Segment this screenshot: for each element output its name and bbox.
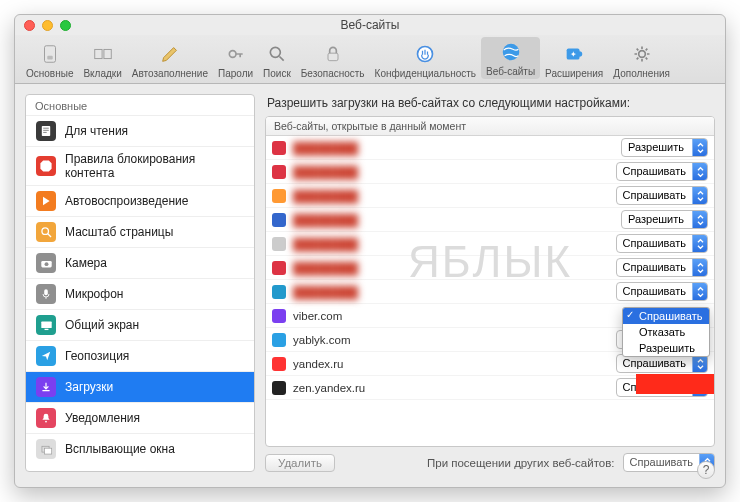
select-value: Разрешить — [622, 139, 692, 156]
svg-rect-2 — [94, 49, 101, 58]
table-row[interactable]: ████████Спрашивать — [266, 256, 714, 280]
toolbar: Основные Вкладки Автозаполнение Пароли П… — [15, 35, 725, 84]
traffic-lights — [24, 20, 71, 31]
chevron-updown-icon — [692, 379, 707, 396]
favicon-icon — [272, 237, 286, 251]
host-label: ████████ — [293, 286, 616, 298]
svg-rect-6 — [328, 53, 338, 60]
permission-select[interactable]: Спрашивать — [616, 378, 708, 397]
tab-websites[interactable]: Веб-сайты — [481, 37, 540, 79]
chevron-updown-icon — [692, 187, 707, 204]
tab-tabs[interactable]: Вкладки — [78, 41, 126, 79]
select-value: Спрашивать — [617, 283, 692, 300]
tab-label: Вкладки — [83, 68, 121, 79]
sidebar-item-label: Камера — [65, 256, 107, 270]
favicon-icon — [272, 261, 286, 275]
sidebar-item[interactable]: Правила блокирования контента — [26, 146, 254, 185]
dropdown-option[interactable]: Разрешить — [623, 340, 709, 356]
permission-select[interactable]: Спрашивать — [616, 162, 708, 181]
sidebar-list: Для чтенияПравила блокирования контентаА… — [26, 115, 254, 471]
sidebar-item[interactable]: Загрузки — [26, 371, 254, 402]
main-title: Разрешить загрузки на веб-сайтах со след… — [267, 96, 715, 110]
stop-icon — [36, 156, 56, 176]
permission-select[interactable]: Спрашивать — [616, 258, 708, 277]
tab-passwords[interactable]: Пароли — [213, 41, 258, 79]
sidebar-item[interactable]: Геопозиция — [26, 340, 254, 371]
sidebar-item[interactable]: Уведомления — [26, 402, 254, 433]
sidebar-item[interactable]: Общий экран — [26, 309, 254, 340]
dropdown-option[interactable]: Спрашивать — [623, 308, 709, 324]
permission-select[interactable]: Спрашивать — [616, 186, 708, 205]
permission-select[interactable]: Разрешить — [621, 210, 708, 229]
tab-label: Дополнения — [613, 68, 670, 79]
select-value: Спрашивать — [617, 379, 692, 396]
sidebar-item[interactable]: Микрофон — [26, 278, 254, 309]
tab-general[interactable]: Основные — [21, 41, 78, 79]
table-row[interactable]: zen.yandex.ruСпрашивать — [266, 376, 714, 400]
select-value: Спрашивать — [617, 355, 692, 372]
tab-label: Веб-сайты — [486, 66, 535, 77]
table-row[interactable]: ████████Разрешить — [266, 136, 714, 160]
chevron-updown-icon — [692, 235, 707, 252]
favicon-icon — [272, 189, 286, 203]
permission-select[interactable]: Разрешить — [621, 138, 708, 157]
chevron-updown-icon — [692, 259, 707, 276]
svg-point-5 — [270, 47, 280, 57]
camera-icon — [36, 253, 56, 273]
favicon-icon — [272, 357, 286, 371]
svg-point-12 — [638, 51, 645, 58]
puzzle-icon: ✦ — [561, 41, 587, 67]
table-row[interactable]: ████████Спрашивать — [266, 184, 714, 208]
help-button[interactable]: ? — [697, 461, 715, 479]
tab-advanced[interactable]: Дополнения — [608, 41, 675, 79]
table-row[interactable]: ████████Разрешить — [266, 208, 714, 232]
permission-select[interactable]: Спрашивать — [616, 234, 708, 253]
host-label: ████████ — [293, 142, 621, 154]
svg-rect-21 — [44, 328, 48, 329]
tab-privacy[interactable]: Конфиденциальность — [370, 41, 481, 79]
permission-dropdown-open[interactable]: Спрашивать Отказать Разрешить — [622, 307, 710, 357]
chevron-updown-icon — [692, 139, 707, 156]
select-value: Спрашивать — [617, 259, 692, 276]
sidebar-item-label: Геопозиция — [65, 349, 129, 363]
permission-select[interactable]: Спрашивать — [616, 282, 708, 301]
sidebar-item-label: Уведомления — [65, 411, 140, 425]
sidebar-item[interactable]: Масштаб страницы — [26, 216, 254, 247]
select-value: Разрешить — [622, 211, 692, 228]
svg-marker-14 — [40, 160, 51, 171]
chevron-updown-icon — [692, 163, 707, 180]
svg-point-10 — [577, 51, 583, 57]
table-row[interactable]: ████████Спрашивать — [266, 232, 714, 256]
minimize-icon[interactable] — [42, 20, 53, 31]
favicon-icon — [272, 333, 286, 347]
svg-rect-20 — [41, 321, 51, 328]
sidebar-item[interactable]: Камера — [26, 247, 254, 278]
sidebar-item[interactable]: Для чтения — [26, 115, 254, 146]
tab-extensions[interactable]: ✦ Расширения — [540, 41, 608, 79]
tab-autofill[interactable]: Автозаполнение — [127, 41, 213, 79]
tab-label: Расширения — [545, 68, 603, 79]
host-label: zen.yandex.ru — [293, 382, 616, 394]
table-row[interactable]: ████████Спрашивать — [266, 280, 714, 304]
mic-icon — [36, 284, 56, 304]
sidebar-item-label: Автовоспроизведение — [65, 194, 188, 208]
close-icon[interactable] — [24, 20, 35, 31]
tab-search[interactable]: Поиск — [258, 41, 296, 79]
preferences-window: Веб-сайты Основные Вкладки Автозаполнени… — [14, 14, 726, 488]
host-label: yablyk.com — [293, 334, 616, 346]
dropdown-option[interactable]: Отказать — [623, 324, 709, 340]
svg-rect-1 — [47, 56, 53, 60]
delete-button[interactable]: Удалить — [265, 454, 335, 472]
host-label: ████████ — [293, 262, 616, 274]
svg-point-16 — [41, 227, 48, 234]
tab-security[interactable]: Безопасность — [296, 41, 370, 79]
table-footer: Удалить При посещении других веб-сайтов:… — [265, 447, 715, 472]
sidebar-item[interactable]: Всплывающие окна — [26, 433, 254, 464]
maximize-icon[interactable] — [60, 20, 71, 31]
favicon-icon — [272, 309, 286, 323]
table-row[interactable]: ████████Спрашивать — [266, 160, 714, 184]
svg-rect-3 — [104, 49, 111, 58]
sidebar-item[interactable]: Автовоспроизведение — [26, 185, 254, 216]
hand-icon — [412, 41, 438, 67]
sidebar-item-label: Общий экран — [65, 318, 139, 332]
